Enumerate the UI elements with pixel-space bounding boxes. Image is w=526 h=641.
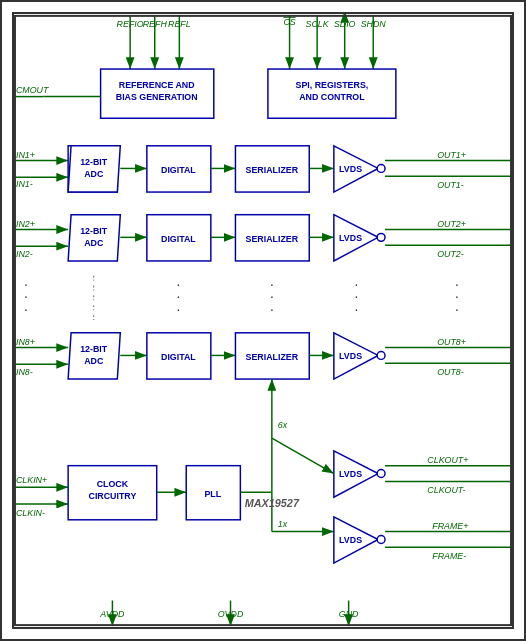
serializer1-text: SERIALIZER — [246, 165, 299, 175]
serializer8-text: SERIALIZER — [246, 352, 299, 362]
lvds-clkout-circle — [377, 470, 385, 478]
out2m-label: OUT2- — [437, 249, 464, 259]
1x-label: 1x — [278, 519, 288, 529]
lvds1-circle — [377, 165, 385, 173]
frame-m-label: FRAME- — [432, 551, 466, 561]
svg-text:·: · — [176, 302, 180, 317]
spi-text2: AND CONTROL — [299, 92, 365, 102]
in1p-label: IN1+ — [16, 150, 35, 160]
clkout-m-label: CLKOUT- — [427, 485, 465, 495]
digital8-text: DIGITAL — [161, 352, 196, 362]
svg-text:·: · — [455, 302, 459, 317]
lvds2-text: LVDS — [339, 233, 362, 243]
lvds-clkout-text: LVDS — [339, 469, 362, 479]
lvds1-text: LVDS — [339, 164, 362, 174]
lvds2-circle — [377, 233, 385, 241]
clock-text: CLOCK — [97, 479, 129, 489]
refio-label: REFIO — [117, 19, 144, 29]
lvds-frame-circle — [377, 536, 385, 544]
digital2-text: DIGITAL — [161, 234, 196, 244]
svg-text:·: · — [355, 302, 359, 317]
out1p-label: OUT1+ — [437, 150, 466, 160]
lvds8-circle — [377, 352, 385, 360]
shdn-label: SHDN — [361, 19, 387, 29]
adc1-text2: ADC — [84, 169, 104, 179]
serializer2-text: SERIALIZER — [246, 234, 299, 244]
out2p-label: OUT2+ — [437, 219, 466, 229]
in1m-label: IN1- — [16, 179, 33, 189]
adc1-text: 12-BIT — [80, 157, 108, 167]
cmout-label: CMOUT — [16, 85, 49, 95]
clkin-p-label: CLKIN+ — [16, 475, 47, 485]
digital1-text: DIGITAL — [161, 165, 196, 175]
in8p-label: IN8+ — [16, 337, 35, 347]
ref-bias-text2: BIAS GENERATION — [116, 92, 198, 102]
adc8-text: 12-BIT — [80, 344, 108, 354]
chip-name: MAX19527 — [245, 497, 300, 509]
lvds-frame-text: LVDS — [339, 535, 362, 545]
diagram-inner: REFIO REFH REFL CS SCLK SDIO — [12, 12, 514, 629]
adc8-text2: ADC — [84, 356, 104, 366]
diagram-container: REFIO REFH REFL CS SCLK SDIO — [0, 0, 526, 641]
svg-text:·: · — [24, 302, 28, 317]
in8m-label: IN8- — [16, 367, 33, 377]
out8m-label: OUT8- — [437, 367, 464, 377]
adc2-text2: ADC — [84, 238, 104, 248]
refl-label: REFL — [168, 19, 191, 29]
lvds8-text: LVDS — [339, 351, 362, 361]
spi-text: SPI, REGISTERS, — [296, 80, 369, 90]
clkin-m-label: CLKIN- — [16, 508, 45, 518]
refh-label: REFH — [143, 19, 168, 29]
sclk-label: SCLK — [306, 19, 330, 29]
avdd-label: AVDD — [99, 609, 125, 619]
out1m-label: OUT1- — [437, 180, 464, 190]
gnd-label: GND — [339, 609, 359, 619]
cs-label: CS — [283, 17, 295, 27]
clkout-p-label: CLKOUT+ — [427, 455, 468, 465]
ref-bias-text: REFERENCE AND — [119, 80, 195, 90]
out8p-label: OUT8+ — [437, 337, 466, 347]
pll-text: PLL — [204, 489, 221, 499]
sdio-label: SDIO — [334, 19, 356, 29]
in2p-label: IN2+ — [16, 219, 35, 229]
6x-label: 6x — [278, 420, 288, 430]
clock-text2: CIRCUITRY — [89, 491, 137, 501]
adc2-text: 12-BIT — [80, 226, 108, 236]
svg-rect-0 — [14, 15, 512, 626]
block-diagram: REFIO REFH REFL CS SCLK SDIO — [14, 14, 512, 627]
frame-p-label: FRAME+ — [432, 521, 468, 531]
in2m-label: IN2- — [16, 249, 33, 259]
ovdd-label: OVDD — [218, 609, 244, 619]
svg-text:·: · — [270, 302, 274, 317]
